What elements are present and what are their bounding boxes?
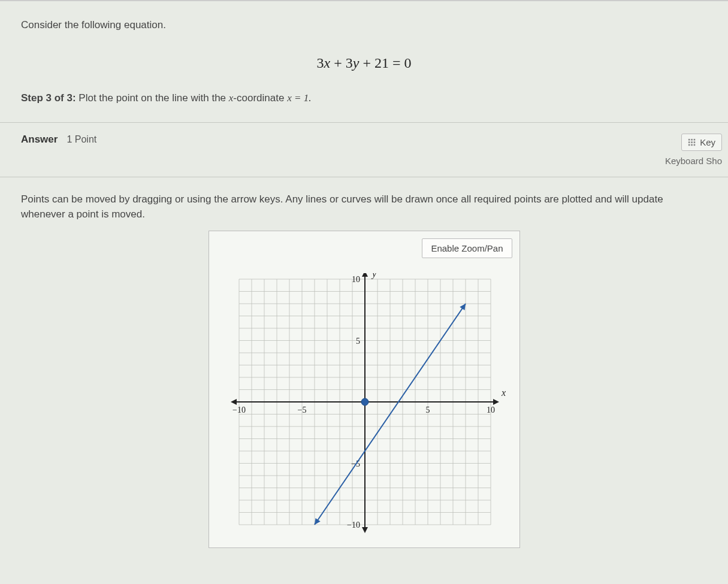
svg-marker-68 xyxy=(460,304,466,310)
svg-text:5: 5 xyxy=(425,406,430,414)
svg-text:y: y xyxy=(371,273,377,279)
svg-text:−5: −5 xyxy=(297,406,306,414)
answer-right: Key Keyboard Sho xyxy=(665,134,722,166)
step-label: Step 3 of 3: xyxy=(21,92,76,104)
svg-marker-55 xyxy=(362,273,368,277)
svg-point-70 xyxy=(361,398,368,406)
svg-rect-7 xyxy=(691,144,693,146)
intro-text: Consider the following equation. xyxy=(21,19,707,31)
svg-text:10: 10 xyxy=(352,275,360,284)
step-mid: -coordinate xyxy=(233,92,287,104)
svg-marker-53 xyxy=(493,399,499,405)
key-button-label: Key xyxy=(700,137,715,147)
svg-text:x: x xyxy=(501,388,506,398)
svg-rect-8 xyxy=(694,144,696,146)
svg-rect-0 xyxy=(688,138,690,140)
equation: 3x + 3y + 21 = 0 xyxy=(21,55,707,71)
svg-marker-54 xyxy=(231,399,237,405)
keypad-icon xyxy=(688,138,696,147)
svg-text:−10: −10 xyxy=(232,406,246,414)
svg-rect-4 xyxy=(691,141,693,143)
svg-text:5: 5 xyxy=(356,337,360,346)
instructions-text: Points can be moved by dragging or using… xyxy=(0,177,728,231)
points-label: 1 Point xyxy=(67,134,96,145)
svg-rect-1 xyxy=(691,138,693,140)
answer-header: Answer 1 Point Key Keyboard Sho xyxy=(0,123,728,177)
svg-rect-6 xyxy=(688,144,690,146)
graph-canvas[interactable]: −10−10−5−5551010xy xyxy=(221,273,509,537)
svg-rect-5 xyxy=(694,141,696,143)
keyboard-hint: Keyboard Sho xyxy=(665,156,722,166)
graph-wrapper: Enable Zoom/Pan −10−10−5−5551010xy xyxy=(209,231,520,548)
svg-marker-69 xyxy=(315,518,321,525)
content-area: Consider the following equation. 3x + 3y… xyxy=(0,0,728,584)
svg-text:−10: −10 xyxy=(347,521,360,529)
svg-rect-2 xyxy=(694,138,696,140)
question-section: Consider the following equation. 3x + 3y… xyxy=(0,1,728,123)
key-button[interactable]: Key xyxy=(681,134,722,151)
svg-marker-56 xyxy=(362,527,368,533)
svg-rect-3 xyxy=(688,141,690,143)
step-condition: x = 1. xyxy=(287,92,311,104)
answer-label: Answer xyxy=(21,134,58,146)
answer-left: Answer 1 Point xyxy=(21,134,96,146)
step-text: Step 3 of 3: Plot the point on the line … xyxy=(21,92,707,104)
zoom-pan-button[interactable]: Enable Zoom/Pan xyxy=(422,238,512,258)
svg-text:10: 10 xyxy=(487,406,495,414)
step-prefix: Plot the point on the line with the xyxy=(76,92,229,104)
